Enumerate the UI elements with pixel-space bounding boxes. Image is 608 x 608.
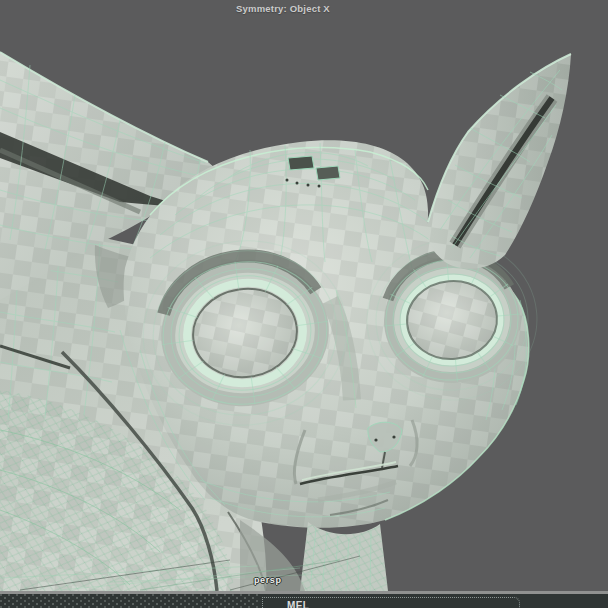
app-window: Symmetry: Object X bbox=[0, 0, 608, 608]
viewport-canvas[interactable] bbox=[0, 0, 608, 591]
command-line-bar: MEL bbox=[0, 594, 608, 608]
mel-label[interactable]: MEL bbox=[287, 600, 309, 608]
camera-name-label: persp bbox=[254, 575, 282, 585]
hud-symmetry-text: Symmetry: Object X bbox=[236, 3, 330, 14]
command-bar-texture bbox=[0, 594, 258, 608]
